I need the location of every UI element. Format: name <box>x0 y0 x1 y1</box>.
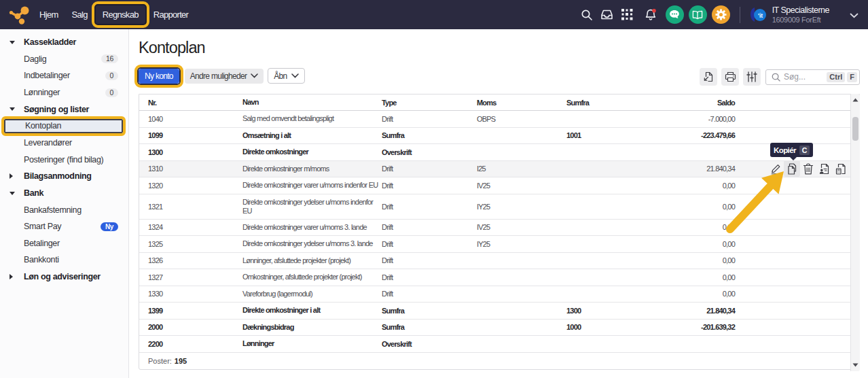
open-button[interactable]: Åbn <box>268 68 304 84</box>
tooltip-caret <box>789 156 797 160</box>
scroll-down-arrow[interactable] <box>851 360 860 370</box>
account-name: IT Specialisterne <box>772 5 829 16</box>
print-icon[interactable] <box>721 68 739 86</box>
sidebar-item-l-nninger[interactable]: Lønninger0 <box>0 84 128 101</box>
account-row-1040[interactable]: 1040Salg med omvendt betalingspligtDrift… <box>139 111 859 128</box>
search-field[interactable]: Ctrl F <box>765 69 860 85</box>
account-row-1325[interactable]: 1325Direkte omkostninger ydelser u/moms … <box>139 236 859 253</box>
sidebar-item-indbetalinger[interactable]: Indbetalinger0 <box>0 67 128 84</box>
gear-icon[interactable] <box>712 5 730 24</box>
table-scrollbar[interactable] <box>850 94 860 371</box>
cell-type: Drift <box>382 182 477 190</box>
cell-sumfra: 1001 <box>566 131 641 139</box>
sidebar-group-bilagsanmodning[interactable]: Bilagsanmodning <box>0 168 128 185</box>
cell-type: Overskrift <box>382 148 477 156</box>
apps-grid-icon[interactable] <box>617 5 638 25</box>
expand-triangle-icon <box>10 173 13 179</box>
account-row-1321[interactable]: 1321Direkte omkostninger ydelser u/moms … <box>139 194 859 220</box>
search-input[interactable] <box>784 72 825 82</box>
account-row-1320[interactable]: 1320Direkte omkostninger varer u/moms in… <box>139 177 859 194</box>
account-row-1300[interactable]: 1300Direkte omkostningerOverskrift <box>139 144 859 161</box>
cell-type: Drift <box>382 115 477 123</box>
sidebar-item-betalinger[interactable]: Betalinger <box>0 235 128 252</box>
nav-item-rapporter[interactable]: Rapporter <box>147 5 196 24</box>
sidebar-group-l-n-og-adviseringer[interactable]: Løn og adviseringer <box>0 269 128 286</box>
cell-saldo: -201.639,32 <box>641 323 735 331</box>
column-header-nr[interactable]: Nr. <box>139 99 242 107</box>
search-icon <box>772 73 780 82</box>
account-row-1330[interactable]: 1330Vareforbrug (lagermodul)Drift0,00 <box>139 286 859 303</box>
economic-logo[interactable] <box>8 5 30 24</box>
sidebar-group-bank[interactable]: Bank <box>0 185 128 202</box>
document-calculator-icon[interactable] <box>833 160 849 177</box>
sidebar: KassekladderDaglig16Indbetalinger0Lønnin… <box>0 29 129 378</box>
account-row-1399[interactable]: 1399Direkte omkostninger i altSumfra1300… <box>139 303 859 320</box>
cell-nr: 1326 <box>139 256 242 264</box>
nav-item-regnskab[interactable]: Regnskab <box>96 5 145 24</box>
account-row-1326[interactable]: 1326Lønninger, afsluttede projekter (pro… <box>139 253 859 270</box>
scrollbar-thumb[interactable] <box>852 117 858 141</box>
sidebar-item-kontoplan[interactable]: Kontoplan <box>4 119 123 133</box>
scroll-up-arrow[interactable] <box>851 95 860 105</box>
cell-nr: 1325 <box>139 240 242 248</box>
column-header-sumfra[interactable]: Sumfra <box>566 99 641 107</box>
search-icon[interactable] <box>577 5 597 25</box>
new-badge: Ny <box>101 222 118 231</box>
nav-item-hjem[interactable]: Hjem <box>33 5 65 24</box>
more-options-button[interactable]: Andre muligheder <box>185 69 264 84</box>
bell-icon[interactable] <box>640 5 661 25</box>
collapse-triangle-icon <box>10 192 15 195</box>
action-bar: Ny konto Andre muligheder Åbn <box>139 68 860 84</box>
count-badge: 0 <box>105 88 119 97</box>
column-header-saldo[interactable]: Saldo <box>641 99 735 107</box>
cell-type: Drift <box>382 223 477 231</box>
sidebar-group-kassekladder[interactable]: Kassekladder <box>0 34 128 51</box>
chevron-down-icon[interactable] <box>850 9 858 21</box>
copy-pages-icon[interactable] <box>784 160 800 177</box>
cell-saldo: 21.840,34 <box>641 165 735 173</box>
account-row-2200[interactable]: 2200LønningerOverskrift <box>139 336 859 353</box>
sidebar-item-bankkonti[interactable]: Bankkonti <box>0 252 128 269</box>
account-row-2000[interactable]: 2000DækningsbidragSumfra1000-201.639,32 <box>139 320 859 337</box>
sidebar-item-leverand-rer[interactable]: Leverandører <box>0 135 128 152</box>
account-row-1327[interactable]: 1327Omkostninger, afsluttede projekter (… <box>139 269 859 286</box>
account-row-1099[interactable]: 1099Omsætning i altSumfra1001-223.479,66 <box>139 128 859 145</box>
pencil-icon[interactable] <box>767 160 784 177</box>
cell-type: Sumfra <box>382 307 477 315</box>
column-header-type[interactable]: Type <box>382 99 477 107</box>
cell-saldo: 0,00 <box>641 290 735 298</box>
inbox-icon[interactable] <box>597 5 617 25</box>
cell-moms: OBPS <box>477 115 566 123</box>
cell-navn: Direkte omkostninger ydelser u/moms inde… <box>242 198 382 216</box>
open-book-icon[interactable] <box>689 5 707 24</box>
cell-nr: 1099 <box>139 131 242 139</box>
count-badge: 16 <box>101 54 118 63</box>
sidebar-group-s-gning-og-lister[interactable]: Søgning og lister <box>0 101 128 118</box>
cell-nr: 1300 <box>139 148 242 156</box>
document-person-icon[interactable] <box>816 160 833 177</box>
account-row-1310[interactable]: 1310Direkte omkostninger m/momsDriftI252… <box>139 161 859 178</box>
annotation-box-new-account: Ny konto <box>137 67 181 85</box>
page-title: Kontoplan <box>139 39 205 57</box>
table-body: 1040Salg med omvendt betalingspligtDrift… <box>139 111 859 353</box>
sidebar-item-daglig[interactable]: Daglig16 <box>0 51 128 68</box>
nav-item-salg[interactable]: Salg <box>65 5 94 24</box>
records-label: Poster: <box>148 357 172 365</box>
sidebar-item-bankafstemning[interactable]: Bankafstemning <box>0 201 128 218</box>
export-icon[interactable] <box>700 68 717 86</box>
sidebar-item-posteringer-find-bilag[interactable]: Posteringer (find bilag) <box>0 152 128 169</box>
new-account-button[interactable]: Ny konto <box>139 69 179 84</box>
column-header-navn[interactable]: Navn <box>242 98 382 107</box>
account-row-1324[interactable]: 1324Direkte omkostninger varer u/moms 3.… <box>139 220 859 237</box>
chat-bubble-icon[interactable] <box>666 5 684 24</box>
cell-type: Drift <box>382 203 477 211</box>
cell-sumfra: 1300 <box>566 307 641 315</box>
cell-saldo: -7.000,00 <box>641 115 735 123</box>
sidebar-item-smart-pay[interactable]: Smart PayNy <box>0 218 128 235</box>
column-header-moms[interactable]: Moms <box>477 99 566 107</box>
account-switcher[interactable]: 'it IT Specialisterne 1609009 ForEft <box>749 5 829 24</box>
column-settings-icon[interactable] <box>743 68 761 86</box>
cell-moms: IV25 <box>477 182 566 190</box>
cell-navn: Salg med omvendt betalingspligt <box>242 114 382 123</box>
trash-icon[interactable] <box>800 160 816 177</box>
